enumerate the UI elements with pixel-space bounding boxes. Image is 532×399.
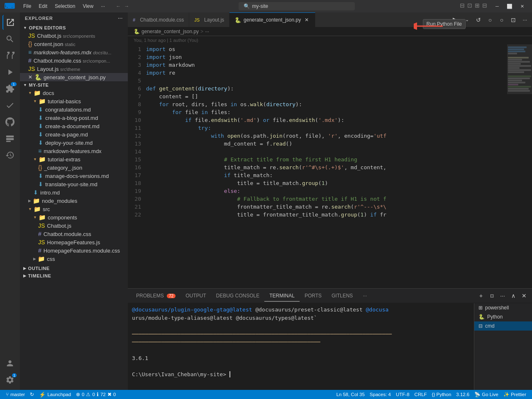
panel-close-btn[interactable]: ✕ [520,291,529,300]
search-icon[interactable] [2,32,17,46]
file-homepage-features[interactable]: JS HomepageFeatures.js [20,238,128,246]
history-icon[interactable] [2,148,17,163]
cursor-position-status[interactable]: Ln 58, Col 35 [334,390,367,399]
panel-maximize-btn[interactable]: ∧ [509,291,518,300]
tab-layout-js[interactable]: JS Layout.js [189,12,229,27]
file-translate-site[interactable]: ⬇ translate-your-site.md [20,180,128,188]
file-homepage-css[interactable]: # HomepageFeatures.module.css [20,246,128,255]
run-debug-icon[interactable] [2,65,17,80]
line-ending-status[interactable]: CRLF [412,390,430,399]
folder-tutorial-extras[interactable]: ▼ 📁 tutorial-extras [20,155,128,163]
remote-icon[interactable] [2,131,17,146]
menu-more[interactable]: ··· [98,2,108,10]
file-congratulations[interactable]: ⬇ congratulations.md [20,105,128,114]
folder-node-modules[interactable]: ▶ 📁 node_modules [20,197,128,205]
tab-close-py[interactable]: ✕ [303,17,310,23]
tab-ports[interactable]: PORTS [300,290,327,301]
file-chatbot-js[interactable]: JS Chatbot.js [20,221,128,230]
open-editors-section[interactable]: ▼ OPEN EDITORS [20,24,128,32]
go-live-status[interactable]: 📡 Go Live [472,390,501,399]
python-version-status[interactable]: 3.12.6 [454,390,472,399]
my-site-section[interactable]: ▼ MY-SITE [20,81,128,89]
split-editor-button[interactable]: ⊡ [508,15,519,25]
prettier-status[interactable]: ✨ Prettier [501,390,529,399]
tab-gitlens[interactable]: GITLENS [327,290,358,301]
file-create-document[interactable]: ⬇ create-a-document.md [20,122,128,130]
testing-icon[interactable] [2,98,17,113]
search-box[interactable]: 🔍 my-site [239,2,355,10]
file-intro-md[interactable]: ⬇ intro.md [20,188,128,197]
menu-view[interactable]: View [79,2,97,10]
source-control-icon[interactable] [2,48,17,63]
tab-chatbot-css[interactable]: # Chatbot.module.css [128,12,189,27]
menu-file[interactable]: File [20,2,34,10]
tab-problems[interactable]: PROBLEMS 72 [131,290,181,301]
tab-generate-py[interactable]: 🐍 generate_content_json.py ✕ [229,12,315,27]
folder-docs[interactable]: ▼ 📁 docs [20,89,128,97]
maximize-btn[interactable]: ⬜ [504,2,515,10]
session-powershell[interactable]: ⊞ powershell [474,303,532,312]
account-icon[interactable] [2,356,17,371]
more-actions-button[interactable]: ··· [520,15,530,25]
minimize-btn[interactable]: ─ [491,2,503,10]
settings-icon[interactable]: 1 [2,372,17,387]
sync-status[interactable]: ↻ [27,390,37,399]
new-terminal-btn[interactable]: + [476,291,486,300]
layout-btn2[interactable]: ⊡ [467,2,472,10]
run-python-button[interactable]: ▶ [450,15,461,25]
folder-src[interactable]: ▼ 📁 src [20,205,128,213]
open-file-content-json[interactable]: {} content.json static [20,40,128,48]
code-editor[interactable]: 12345 678910 1112131415 1617181920 2122 … [128,44,532,288]
tab-more[interactable]: ··· [358,290,372,301]
open-file-markdown-features[interactable]: ≡ markdown-features.mdx docs\tu... [20,48,128,56]
language-mode-status[interactable]: {} Python [430,390,454,399]
open-file-chatbot-js[interactable]: JS Chatbot.js src\components [20,32,128,40]
menu-edit[interactable]: Edit [35,2,51,10]
nav-back-btn[interactable]: ← [116,3,121,9]
file-deploy-site[interactable]: ⬇ deploy-your-site.md [20,139,128,147]
file-create-page[interactable]: ⬇ create-a-page.md [20,130,128,139]
errors-status[interactable]: ⊗ 0 ⚠ 0 ℹ 72 ✖ 0 [73,390,118,399]
open-file-chatbot-css[interactable]: # Chatbot.module.css src\compon... [20,56,128,65]
encoding-status[interactable]: UTF-8 [393,390,412,399]
launchpad-status[interactable]: ⚡ Launchpad [37,390,73,399]
tab-debug-console[interactable]: DEBUG CONSOLE [211,290,265,301]
session-cmd[interactable]: ⊟ cmd [474,321,532,331]
file-chatbot-css[interactable]: # Chatbot.module.css [20,230,128,238]
sidebar-more-btn[interactable]: ··· [118,16,123,21]
menu-selection[interactable]: Selection [51,2,78,10]
breadcrumb-more[interactable]: ··· [205,29,209,34]
file-category-json[interactable]: {} _category_.json [20,163,128,172]
run-dropdown-button[interactable]: ⌄ [461,15,472,25]
folder-tutorial-basics[interactable]: ▼ 📁 tutorial-basics [20,97,128,105]
debug-restart-button[interactable]: ↺ [473,15,484,25]
code-text[interactable]: import os import json import markdown im… [144,44,507,288]
file-create-blog-post[interactable]: ⬇ create-a-blog-post.md [20,114,128,122]
outline-section[interactable]: ▶ OUTLINE [20,265,128,272]
terminal-output[interactable]: @docusaurus/plugin-google-gtag@latest @d… [128,303,474,390]
folder-css[interactable]: ▶ 📁 css [20,255,128,263]
split-terminal-btn[interactable]: ⊡ [487,291,496,300]
github-icon[interactable] [2,114,17,129]
close-btn[interactable]: ✕ [516,2,528,10]
folder-components[interactable]: ▼ 📁 components [20,213,128,221]
layout-btn3[interactable]: ⊞ [475,2,480,10]
explorer-icon[interactable] [2,15,17,30]
tab-output[interactable]: OUTPUT [181,290,211,301]
extensions-icon[interactable]: 1 [2,81,17,96]
git-branch-status[interactable]: ⑂ master [3,390,27,399]
session-python[interactable]: 🐍 Python [474,312,532,321]
open-file-generate-py[interactable]: ✕ 🐍 generate_content_json.py [20,73,128,81]
timeline-section[interactable]: ▶ TIMELINE [20,272,128,280]
layout-btn4[interactable]: ⊟ [482,2,487,10]
tab-terminal[interactable]: TERMINAL [264,290,300,302]
layout-btn1[interactable]: ⊟ [460,2,465,10]
file-markdown-features[interactable]: ≡ markdown-features.mdx [20,147,128,155]
nav-forward-btn[interactable]: → [124,3,129,9]
circle1-button[interactable]: ○ [485,15,495,25]
circle2-button[interactable]: ○ [496,15,507,25]
terminal-more-btn[interactable]: ··· [498,291,507,300]
indentation-status[interactable]: Spaces: 4 [367,390,393,399]
breadcrumb-filename[interactable]: generate_content_json.py [142,29,199,34]
open-file-layout-js[interactable]: JS Layout.js src\theme [20,65,128,73]
